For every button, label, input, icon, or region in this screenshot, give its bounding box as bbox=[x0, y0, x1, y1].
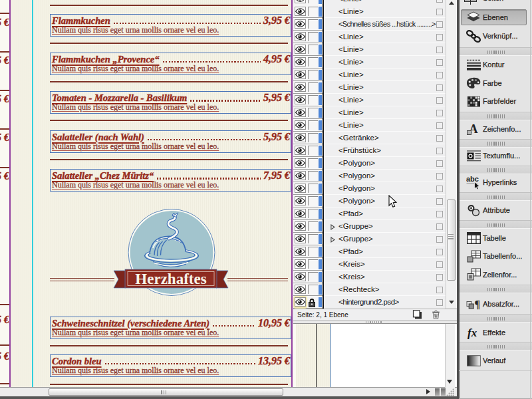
svg-text:fx: fx bbox=[467, 327, 477, 339]
svg-text:Herzhaftes: Herzhaftes bbox=[135, 271, 206, 287]
svg-text:abc: abc bbox=[466, 175, 479, 183]
svg-text:¶: ¶ bbox=[474, 299, 480, 310]
